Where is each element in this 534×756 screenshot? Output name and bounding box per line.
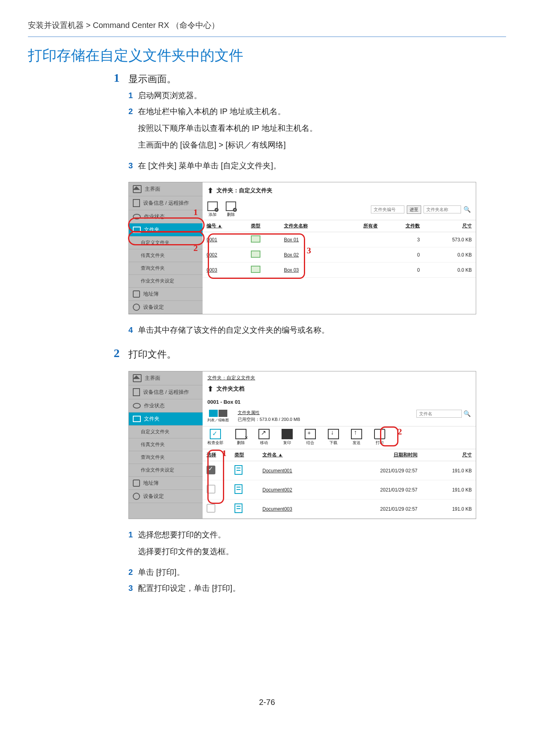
up-arrow-icon[interactable]: ⬆ <box>207 385 213 393</box>
box-name-link[interactable]: Box 03 <box>280 263 340 278</box>
box-number-input[interactable] <box>371 205 404 213</box>
nav-device[interactable]: 设备设定 <box>129 490 203 503</box>
nav-box[interactable]: 文件夹 <box>129 223 203 237</box>
go-button[interactable]: 进至 <box>407 205 421 214</box>
copy-icon <box>282 429 293 439</box>
folder-icon <box>251 235 260 243</box>
nav-fax-box[interactable]: 传真文件夹 <box>129 249 203 262</box>
nav-polling-box[interactable]: 查询文件夹 <box>129 451 203 464</box>
nav-jobstatus[interactable]: 作业状态 <box>129 399 203 413</box>
substep-text: 在地址栏中输入本机的 IP 地址或主机名。 <box>138 105 317 117</box>
box-number-link[interactable]: 0003 <box>203 263 247 278</box>
filename-input[interactable] <box>416 410 462 418</box>
nav-box[interactable]: 文件夹 <box>129 413 203 426</box>
nav-devinfo[interactable]: 设备信息 / 远程操作 <box>129 385 203 399</box>
row-checkbox[interactable] <box>207 466 215 474</box>
nav-label: 主界面 <box>145 375 160 382</box>
search-icon[interactable]: 🔍 <box>463 410 471 417</box>
col-select: 选择 <box>203 449 231 461</box>
screenshot-custom-box-list: 主界面 设备信息 / 远程操作 作业状态 文件夹 自定义文件夹 传真文件夹 查询… <box>128 182 476 314</box>
view-toggle[interactable]: 列表／缩略图 <box>207 410 229 423</box>
nav-home[interactable]: 主界面 <box>129 371 203 385</box>
button-label: 复印 <box>283 440 291 446</box>
col-size[interactable]: 尺寸 <box>424 220 476 232</box>
box-size: 0.0 KB <box>424 263 476 278</box>
nav-label: 作业文件夹设定 <box>141 467 174 474</box>
table-row[interactable]: Document003 2021/01/29 02:57 191.0 KB <box>203 499 476 519</box>
table-row[interactable]: 0001 Box 01 3 573.0 KB <box>203 232 476 247</box>
nav-label: 设备设定 <box>143 304 164 311</box>
nav-fax-box[interactable]: 传真文件夹 <box>129 438 203 451</box>
col-date[interactable]: 日期和时间 <box>333 449 422 461</box>
nav-label: 查询文件夹 <box>141 454 165 461</box>
nav-job-box[interactable]: 作业文件夹设定 <box>129 464 203 477</box>
nav-address[interactable]: 地址簿 <box>129 288 203 301</box>
move-button[interactable]: 移动 <box>258 429 270 446</box>
folder-plus-icon: + <box>207 201 218 211</box>
nav-home[interactable]: 主界面 <box>129 182 203 196</box>
delete-button[interactable]: 删除 <box>235 429 246 446</box>
col-filename[interactable]: 文件名 ▲ <box>258 449 333 461</box>
box-number-link[interactable]: 0002 <box>203 247 247 263</box>
nav-polling-box[interactable]: 查询文件夹 <box>129 262 203 275</box>
col-name[interactable]: 文件夹名称 <box>280 220 340 232</box>
nav-job-box[interactable]: 作业文件夹设定 <box>129 275 203 288</box>
doc-name-link[interactable]: Document001 <box>258 461 333 480</box>
add-box-button[interactable]: + 添加 <box>207 201 218 217</box>
download-icon <box>328 429 339 439</box>
substep-text: 按照以下顺序单击以查看本机的 IP 地址和主机名。 <box>138 122 317 134</box>
nav-label: 作业状态 <box>144 402 165 409</box>
print-button[interactable]: 打印 <box>374 429 385 446</box>
doc-name-link[interactable]: Document003 <box>258 499 333 519</box>
nav-address[interactable]: 地址簿 <box>129 477 203 490</box>
box-name-input[interactable] <box>424 205 461 213</box>
nav-label: 作业状态 <box>144 213 165 220</box>
substep-text: 配置打印设定，单击 [打印]。 <box>138 582 240 594</box>
folder-icon <box>251 251 260 258</box>
box-properties-link[interactable]: 文件夹属性 <box>238 410 300 416</box>
button-label: 结合 <box>306 440 314 446</box>
doc-name-link[interactable]: Document002 <box>258 480 333 499</box>
file-count: 3 <box>382 232 424 247</box>
doc-date: 2021/01/29 02:57 <box>333 461 422 480</box>
file-count: 0 <box>382 247 424 263</box>
breadcrumb-link[interactable]: 文件夹：自定义文件夹 <box>203 371 476 385</box>
nav-device[interactable]: 设备设定 <box>129 301 203 314</box>
copy-button[interactable]: 复印 <box>282 429 293 446</box>
row-checkbox[interactable] <box>207 485 215 493</box>
delete-box-button[interactable]: × 删除 <box>226 201 236 217</box>
col-type[interactable]: 类型 <box>247 220 280 232</box>
download-button[interactable]: 下载 <box>328 429 339 446</box>
table-row[interactable]: 0003 Box 03 0 0.0 KB <box>203 263 476 278</box>
col-owner[interactable]: 所有者 <box>340 220 382 232</box>
col-number[interactable]: 编号 ▲ <box>203 220 247 232</box>
thumb-view-icon <box>219 410 227 417</box>
substep-text: 在 [文件夹] 菜单中单击 [自定义文件夹]。 <box>138 160 281 172</box>
table-row[interactable]: Document002 2021/01/29 02:57 191.0 KB <box>203 480 476 499</box>
box-name-link[interactable]: Box 01 <box>280 232 340 247</box>
col-size[interactable]: 尺寸 <box>422 449 476 461</box>
send-button[interactable]: 发送 <box>351 429 362 446</box>
table-row[interactable]: Document001 2021/01/29 02:57 191.0 KB <box>203 461 476 480</box>
view-label: 列表／缩略图 <box>207 418 229 423</box>
substep-num: 3 <box>128 582 138 594</box>
search-icon[interactable]: 🔍 <box>463 206 471 213</box>
check-all-button[interactable]: 检查全部 <box>207 429 223 446</box>
nav-custom-box[interactable]: 自定义文件夹 <box>129 426 203 438</box>
box-name-link[interactable]: Box 02 <box>280 247 340 263</box>
combine-button[interactable]: 结合 <box>305 429 316 446</box>
row-checkbox[interactable] <box>207 504 215 513</box>
substep-num: 3 <box>128 160 138 172</box>
document-icon <box>234 465 242 475</box>
nav-custom-box[interactable]: 自定义文件夹 <box>129 237 203 249</box>
box-number-link[interactable]: 0001 <box>203 232 247 247</box>
combine-icon <box>305 429 316 439</box>
substep-text: 启动网页浏览器。 <box>138 89 202 101</box>
table-row[interactable]: 0002 Box 02 0 0.0 KB <box>203 247 476 263</box>
nav-jobstatus[interactable]: 作业状态 <box>129 210 203 223</box>
col-files[interactable]: 文件数 <box>382 220 424 232</box>
substep-text: 单击其中存储了该文件的自定义文件夹的编号或名称。 <box>138 324 329 336</box>
nav-devinfo[interactable]: 设备信息 / 远程操作 <box>129 196 203 210</box>
nav-label: 地址簿 <box>143 290 159 298</box>
up-arrow-icon[interactable]: ⬆ <box>207 186 213 195</box>
